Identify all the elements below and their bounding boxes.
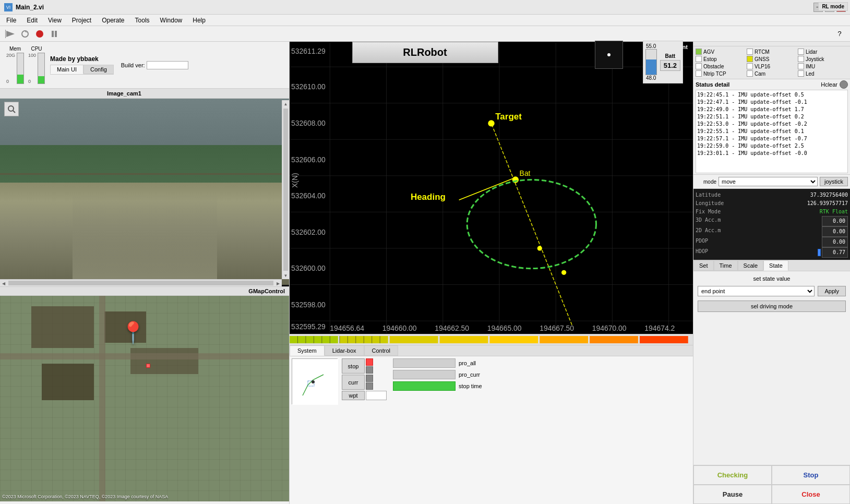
scroll-right-arrow[interactable]: ▶ (274, 280, 282, 287)
svg-rect-57 (590, 336, 638, 343)
tab-main-ui[interactable]: Main UI (50, 65, 83, 74)
rl-robot-title: RLRobot (352, 42, 498, 63)
menu-file[interactable]: File (4, 16, 18, 25)
scroll-left-arrow[interactable]: ◀ (0, 280, 7, 287)
led-agv (696, 49, 702, 55)
svg-text:532604.00: 532604.00 (291, 191, 326, 200)
main-layout: Mem 20G 0 CPU 100 (0, 42, 850, 504)
toolbar-help-btn[interactable]: ? (833, 28, 846, 40)
hclear-btn[interactable]: Hclear (821, 80, 848, 89)
led-obstacle (696, 63, 702, 69)
gmap-image[interactable]: 📍 ©2023 Microsoft Corporation, ©2023 NAV… (0, 296, 289, 501)
svg-rect-8 (290, 43, 693, 333)
scroll-down-arrow[interactable]: ▼ (282, 272, 289, 279)
toolbar-run-btn[interactable] (4, 28, 17, 40)
svg-text:194662.50: 194662.50 (435, 324, 469, 332)
gps-acc3d-value: 0.00 (822, 216, 848, 226)
scroll-up-arrow[interactable]: ▲ (282, 100, 289, 107)
tab-system[interactable]: System (290, 345, 325, 356)
camera-scroll-h[interactable]: ◀ ▶ (0, 279, 282, 286)
map-copyright: ©2023 Microsoft Corporation, ©2023 NAVTE… (2, 494, 168, 499)
gmap-label: GMapControl (248, 288, 285, 294)
window-title: Main_2.vi (16, 4, 44, 11)
state-select-row: end point start point waypoint Apply (698, 286, 846, 296)
checking-btn[interactable]: Checking (693, 465, 772, 485)
pause-btn[interactable]: Pause (693, 485, 772, 504)
right-panel: AGV RTCM Lidar Estop GNSS Joystick (693, 42, 850, 504)
wpt-btn[interactable]: wpt (342, 391, 365, 400)
joystick-btn[interactable]: joystick (820, 177, 848, 186)
state-dropdown[interactable]: end point start point waypoint (698, 286, 815, 296)
log-line-5: 19:22:53.0 - IMU update-offset -0.2 (697, 121, 846, 128)
gps-fixmode-label: Fix Mode (696, 208, 721, 216)
led-vlp16 (747, 63, 753, 69)
svg-text:532600.00: 532600.00 (291, 264, 326, 272)
mode-section: mode move auto manual joystick (693, 175, 850, 189)
svg-rect-5 (55, 31, 57, 37)
gps-acc2d-row: 2D Acc.m 0.00 (696, 226, 848, 237)
stop-action-btn[interactable]: Stop (772, 465, 850, 485)
batt-bar (645, 49, 657, 75)
led-ntrip (696, 70, 702, 77)
mode-select[interactable]: move auto manual (719, 177, 818, 186)
toolbar-refresh-btn[interactable] (19, 28, 31, 40)
tab-scale[interactable]: Scale (738, 260, 764, 271)
search-icon-box[interactable] (4, 102, 19, 116)
state-panel: set state value end point start point wa… (693, 271, 850, 465)
apply-btn[interactable]: Apply (818, 286, 846, 296)
tab-set[interactable]: Set (693, 260, 714, 271)
tab-config[interactable]: Config (83, 65, 114, 74)
app-icon: VI (4, 3, 13, 11)
tab-lidar-box[interactable]: Lidar-box (325, 345, 364, 356)
hclear-label: Hclear (821, 81, 837, 88)
led-lidar (798, 49, 804, 55)
menu-project[interactable]: Project (70, 16, 93, 25)
close-btn-action[interactable]: Close (772, 485, 850, 504)
wpt-input[interactable] (366, 391, 387, 400)
menu-bar: File Edit View Project Operate Tools Win… (0, 15, 850, 26)
toolbar-stop-btn[interactable] (33, 28, 46, 40)
gps-pdop-label: PDOP (696, 237, 708, 247)
tab-control[interactable]: Control (364, 345, 398, 356)
toolbar-pause-btn[interactable] (48, 28, 61, 40)
menu-window[interactable]: Window (158, 16, 185, 25)
indicator-lidar: Lidar (798, 49, 848, 55)
curr-btn[interactable]: curr (342, 375, 365, 390)
menu-tools[interactable]: Tools (133, 16, 152, 25)
gps-hdop-value-group: 0.77 (818, 247, 848, 258)
build-ver-input[interactable] (147, 61, 188, 69)
camera-scroll-v[interactable]: ▲ ▼ (282, 100, 289, 279)
label-lidar: Lidar (806, 49, 817, 55)
gauges: Mem 20G 0 CPU 100 (4, 44, 47, 86)
menu-operate[interactable]: Operate (100, 16, 126, 25)
mem-label: Mem (9, 46, 21, 52)
stop-btn[interactable]: stop (342, 358, 365, 374)
indicator-ntrip: Ntrip TCP (696, 70, 746, 77)
log-line-3: 19:22:49.0 - IMU update-offset 1.7 (697, 106, 846, 113)
indicator-agv: AGV (696, 49, 746, 55)
svg-point-48 (537, 246, 542, 250)
driving-mode-btn[interactable]: sel driving mode (698, 301, 846, 312)
label-rtcm: RTCM (755, 49, 770, 55)
left-panel: Mem 20G 0 CPU 100 (0, 42, 290, 504)
gps-acc2d-value: 0.00 (822, 226, 848, 237)
batt-max: 55.0 (646, 43, 656, 49)
menu-help[interactable]: Help (190, 16, 208, 25)
menu-view[interactable]: View (46, 16, 64, 25)
status-log[interactable]: 19:22:45.1 - IMU update-offset 0.5 19:22… (696, 90, 848, 173)
label-gnss: GNSS (755, 56, 769, 62)
indicator-rtcm: RTCM (747, 49, 797, 55)
svg-text:194667.50: 194667.50 (540, 324, 574, 332)
indicator-cam: Cam (747, 70, 797, 77)
tab-state[interactable]: State (763, 260, 788, 271)
svg-text:532598.00: 532598.00 (291, 301, 326, 309)
svg-text:532606.00: 532606.00 (291, 155, 326, 164)
bottom-panel: System Lidar-box Control st (290, 345, 693, 504)
menu-edit[interactable]: Edit (25, 16, 40, 25)
tab-time[interactable]: Time (714, 260, 738, 271)
build-ver-label: Build ver: (121, 62, 145, 68)
pro-all-bar (393, 358, 456, 368)
status-detail: Status detail Hclear 19:22:45.1 - IMU up… (693, 79, 850, 175)
build-ver-section: Build ver: (121, 61, 188, 69)
svg-text:532602.00: 532602.00 (291, 228, 326, 236)
